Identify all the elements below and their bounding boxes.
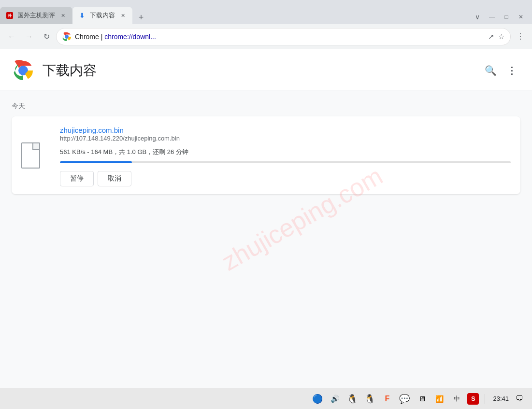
bookmark-icon[interactable]: ☆ (498, 32, 504, 41)
address-bar[interactable]: Chrome | chrome://downl... ↗ ☆ (56, 28, 511, 45)
search-button[interactable]: 🔍 (482, 62, 499, 79)
guowai-favicon-icon: 外 (6, 12, 13, 19)
more-options-button[interactable]: ⋮ (503, 62, 520, 79)
chevron-down-icon[interactable]: ∨ (474, 14, 481, 20)
browser-window: 外 国外主机测评 ✕ ⬇ 下载内容 ✕ + ∨ — □ ✕ ← → (0, 0, 532, 409)
reload-icon: ↻ (43, 32, 50, 41)
download-actions: 暂停 取消 (60, 171, 511, 186)
taskbar-figma-icon[interactable]: F (380, 392, 394, 406)
toolbar: ← → ↻ Chrome | chrome://downl... ↗ (0, 24, 532, 49)
tab-guowai[interactable]: 外 国外主机测评 ✕ (0, 7, 72, 24)
cancel-button[interactable]: 取消 (98, 171, 131, 186)
tab-title-guowai: 国外主机测评 (17, 11, 55, 20)
taskbar-sogou-icon[interactable]: S (467, 393, 479, 405)
close-button[interactable]: ✕ (518, 14, 524, 20)
progress-bar (60, 161, 132, 163)
tab-downloads[interactable]: ⬇ 下载内容 ✕ (72, 7, 132, 24)
downloads-favicon-icon: ⬇ (79, 12, 85, 19)
taskbar-qq1-icon[interactable]: 🐧 (345, 392, 359, 406)
taskbar-volume-icon[interactable]: 🔊 (328, 392, 342, 406)
reload-button[interactable]: ↻ (39, 29, 54, 44)
tab-close-downloads[interactable]: ✕ (119, 12, 127, 19)
maximize-button[interactable]: □ (503, 14, 510, 20)
tab-bar: 外 国外主机测评 ✕ ⬇ 下载内容 ✕ + ∨ — □ ✕ (0, 0, 532, 24)
chrome-logo (12, 59, 35, 82)
tab-favicon-downloads: ⬇ (78, 12, 86, 19)
taskbar-separator (485, 394, 485, 404)
back-icon: ← (8, 32, 15, 41)
download-card: zhujiceping.com.bin http://107.148.149.2… (12, 116, 520, 194)
extensions-button[interactable]: ⋮ (513, 29, 528, 44)
window-controls: ∨ — □ ✕ (474, 14, 532, 24)
minimize-button[interactable]: — (489, 14, 495, 20)
download-status: 561 KB/s - 164 MB，共 1.0 GB，还剩 26 分钟 (60, 148, 511, 156)
header-actions: 🔍 ⋮ (482, 62, 520, 79)
tab-favicon-guowai: 外 (6, 12, 14, 19)
section-date-label: 今天 (12, 102, 520, 111)
taskbar-bluetooth-icon[interactable]: 🔵 (311, 392, 324, 406)
page-title: 下载内容 (43, 61, 474, 80)
forward-button[interactable]: → (21, 29, 37, 44)
chrome-label: Chrome (75, 33, 99, 41)
more-icon: ⋮ (507, 65, 517, 76)
new-tab-button[interactable]: + (134, 11, 148, 24)
puzzle-icon: ⋮ (517, 32, 524, 41)
download-file-icon-area (12, 116, 50, 194)
search-icon: 🔍 (485, 65, 497, 76)
taskbar-wechat-icon[interactable]: 💬 (398, 392, 411, 406)
page-content: zhujiceping.com 下载内容 🔍 ⋮ (0, 49, 532, 388)
taskbar-screen-icon[interactable]: 🖥 (415, 392, 429, 406)
taskbar-qq2-icon[interactable]: 🐧 (363, 392, 376, 406)
download-url: http://107.148.149.220/zhujiceping.com.b… (60, 135, 511, 142)
page-header: 下载内容 🔍 ⋮ (0, 49, 532, 90)
tab-close-guowai[interactable]: ✕ (59, 12, 67, 19)
address-text: Chrome | chrome://downl... (75, 33, 484, 41)
taskbar-time: 23:41 (493, 395, 509, 402)
pause-button[interactable]: 暂停 (60, 171, 94, 186)
download-info: zhujiceping.com.bin http://107.148.149.2… (50, 116, 520, 194)
progress-container (60, 161, 511, 163)
url-text: chrome://downl... (104, 33, 156, 41)
share-icon[interactable]: ↗ (488, 32, 494, 41)
back-button[interactable]: ← (4, 29, 19, 44)
svg-point-4 (19, 67, 27, 74)
tab-title-downloads: 下载内容 (90, 11, 115, 20)
forward-icon: → (25, 32, 33, 41)
download-filename[interactable]: zhujiceping.com.bin (60, 126, 124, 134)
taskbar: 🔵 🔊 🐧 🐧 F 💬 🖥 📶 中 S 23:41 🗨 (0, 388, 532, 409)
chrome-icon-small (62, 32, 71, 41)
downloads-area: 今天 zhujiceping.com.bin http://107.148.14… (0, 90, 532, 206)
taskbar-input-icon[interactable]: 中 (450, 392, 463, 406)
taskbar-notification-icon[interactable]: 🗨 (513, 392, 526, 406)
file-icon (21, 142, 40, 169)
taskbar-wifi-icon[interactable]: 📶 (432, 392, 446, 406)
